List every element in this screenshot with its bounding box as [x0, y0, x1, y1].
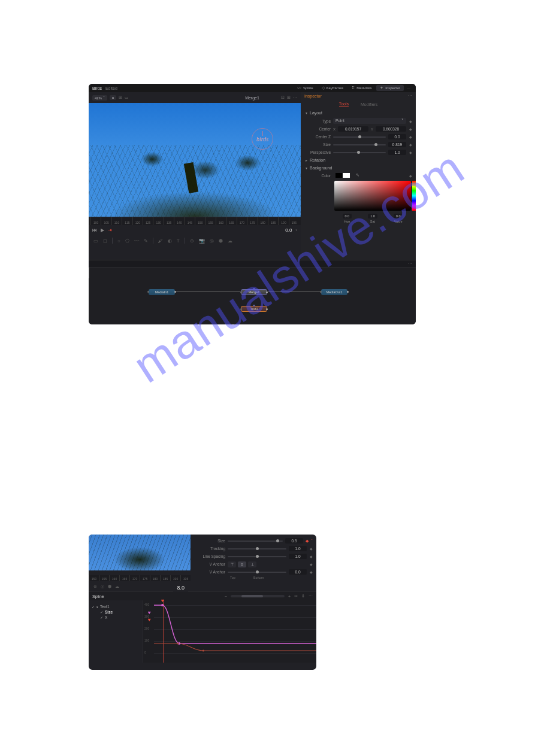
- size-input[interactable]: 0.819: [388, 142, 406, 147]
- node-mediaout[interactable]: MediaOut1: [321, 289, 347, 295]
- node-mediain[interactable]: MediaIn1: [149, 289, 175, 295]
- zoom-out-icon[interactable]: −: [225, 594, 227, 599]
- zoom-dropdown[interactable]: 42% ˅: [92, 95, 107, 101]
- checkbox-icon[interactable]: ✓: [91, 605, 95, 609]
- center-x-input[interactable]: 0.819157: [338, 126, 368, 132]
- range-indicator-icon[interactable]: ⇥: [108, 227, 112, 233]
- color-picker[interactable]: [334, 181, 411, 211]
- hanchor-input[interactable]: 0.0: [289, 569, 307, 575]
- tool-b-icon[interactable]: ◎: [101, 584, 104, 589]
- section-background[interactable]: ▾ Background: [301, 164, 416, 172]
- node-text[interactable]: Text1: [241, 306, 267, 312]
- anchor-top-button[interactable]: ⊤: [228, 561, 236, 567]
- keyframe-diamond-icon[interactable]: ◆: [409, 127, 412, 131]
- tab-tools[interactable]: Tools: [339, 102, 349, 107]
- centerz-slider[interactable]: [333, 136, 386, 138]
- tool-cloud-icon[interactable]: ☁: [228, 238, 232, 244]
- viewer-opt-icon[interactable]: ⊞: [119, 95, 122, 100]
- section-layout[interactable]: ▾ Layout: [301, 109, 416, 117]
- tool-a-icon[interactable]: ⊕: [93, 584, 97, 589]
- checkbox-icon[interactable]: ✓: [99, 611, 103, 614]
- play-icon[interactable]: ▶: [101, 227, 104, 233]
- keyframe-diamond-icon[interactable]: ◆: [409, 174, 412, 178]
- keyframe-diamond-icon[interactable]: ◆: [409, 142, 412, 147]
- eyedropper-icon[interactable]: ✎: [356, 173, 359, 178]
- anchor-mid-button[interactable]: ≡: [238, 561, 246, 567]
- tool-3d-icon[interactable]: ⬢: [219, 238, 223, 244]
- inspector-dots-icon[interactable]: ⋯: [408, 93, 412, 98]
- tool-tracker-icon[interactable]: ⊕: [190, 238, 194, 244]
- val-input[interactable]: 0.0: [394, 214, 403, 218]
- fit-v-icon[interactable]: ⇕: [301, 594, 305, 599]
- keyframe-diamond-icon[interactable]: ◆: [409, 135, 412, 139]
- swatch-white[interactable]: [343, 173, 350, 178]
- chevron-right-icon[interactable]: ›: [295, 227, 297, 233]
- menu-dots-icon[interactable]: ⋯: [405, 86, 412, 90]
- tab-modifiers[interactable]: Modifiers: [361, 102, 377, 107]
- zoom-in-icon[interactable]: +: [288, 594, 291, 599]
- hue-input[interactable]: 0.0: [343, 214, 352, 218]
- fit-mode[interactable]: a: [110, 95, 116, 100]
- centerz-input[interactable]: 0.0: [388, 134, 406, 139]
- keyframe-active-icon[interactable]: ◆: [306, 539, 309, 544]
- viewer-opt2-icon[interactable]: ▭: [125, 95, 129, 100]
- tree-item-text1[interactable]: ✓ ▾ Text1: [91, 604, 140, 609]
- perspective-slider[interactable]: [333, 152, 386, 153]
- center-y-input[interactable]: 0.600328: [376, 126, 406, 132]
- view-b-icon[interactable]: ⊞: [287, 95, 291, 100]
- linespacing-slider[interactable]: [228, 556, 286, 557]
- anchor-bot-button[interactable]: ⊥: [248, 561, 256, 567]
- keyframe-diamond-icon[interactable]: ◆: [309, 554, 313, 558]
- node-merge[interactable]: Merge1: [241, 289, 267, 295]
- node-graph[interactable]: ⋯ MediaIn1 Merge1 MediaOut1 Text1: [89, 260, 416, 324]
- tool-mask-icon[interactable]: ◐: [168, 238, 172, 244]
- keyframe-menu-icon[interactable]: ˅: [311, 539, 313, 543]
- tab-spline[interactable]: 〰Spline: [294, 86, 317, 91]
- keyframe-marker-icon[interactable]: ♥: [148, 617, 151, 623]
- hue-strip[interactable]: [412, 181, 416, 211]
- keyframe-diamond-icon[interactable]: ◆: [309, 562, 313, 566]
- keyframe-marker-icon[interactable]: ♥: [148, 610, 151, 615]
- preview-viewport[interactable]: birds: [89, 103, 301, 217]
- tool-rect-icon[interactable]: ◻: [103, 238, 107, 244]
- bottom-timecode[interactable]: 8.0: [173, 584, 188, 592]
- color-swatches[interactable]: [335, 173, 350, 178]
- keyframe-diamond-icon[interactable]: ◆: [409, 150, 412, 154]
- size-slider[interactable]: [333, 144, 386, 145]
- tab-keyframes[interactable]: ◇Keyframes: [318, 85, 347, 91]
- tool-wand-icon[interactable]: ✎: [144, 238, 148, 244]
- tree-item-size[interactable]: ✓ Size: [91, 609, 140, 615]
- tab-metadata[interactable]: ⠿Metadata: [348, 85, 375, 91]
- spline-chart[interactable]: 400 300 200 100 0 ♥ ♥ ♥: [143, 600, 316, 663]
- fit-h-icon[interactable]: ⇔: [294, 594, 298, 599]
- tool-ellipse-icon[interactable]: ○: [117, 238, 120, 244]
- expand-icon[interactable]: ▾: [96, 605, 98, 609]
- tool-c-icon[interactable]: ⬢: [108, 584, 111, 589]
- keyframe-diamond-icon[interactable]: ◆: [309, 570, 313, 574]
- hanchor-slider[interactable]: [228, 572, 286, 573]
- zoom-scrubber[interactable]: [231, 595, 285, 597]
- checkbox-icon[interactable]: ✓: [99, 616, 103, 620]
- tool-polygon-icon[interactable]: ⬠: [125, 238, 129, 244]
- view-dots-icon[interactable]: ⋯: [293, 95, 297, 100]
- section-rotation[interactable]: ▸ Rotation: [301, 156, 416, 164]
- tool-cloud-icon[interactable]: ☁: [115, 584, 119, 589]
- tool-light-icon[interactable]: ◎: [210, 238, 214, 244]
- sat-input[interactable]: 1.0: [368, 214, 377, 218]
- keyframe-diamond-icon[interactable]: ◆: [309, 546, 313, 551]
- tool-bspline-icon[interactable]: 〰: [134, 238, 139, 244]
- view-a-icon[interactable]: ⊡: [281, 95, 285, 100]
- text-size-slider[interactable]: [228, 541, 283, 542]
- tab-inspector[interactable]: ✦Inspector: [376, 85, 404, 91]
- bottom-ruler[interactable]: 150 155 160 165 170 175 180 185 190 195: [89, 575, 191, 581]
- timecode-display[interactable]: 0.0: [285, 227, 292, 233]
- timeline-ruler[interactable]: 100 105 110 115 120 125 130 135 140 145 …: [89, 217, 301, 225]
- tree-item-x[interactable]: ✓ X: [91, 615, 140, 620]
- spline-dots-icon[interactable]: ⋯: [309, 594, 313, 599]
- linespacing-input[interactable]: 1.0: [289, 554, 307, 559]
- type-dropdown[interactable]: Point˅: [333, 118, 406, 124]
- tracking-slider[interactable]: [228, 548, 286, 549]
- perspective-input[interactable]: 1.0: [388, 150, 406, 155]
- tool-text-icon[interactable]: T: [177, 238, 180, 244]
- swatch-black[interactable]: [335, 173, 343, 178]
